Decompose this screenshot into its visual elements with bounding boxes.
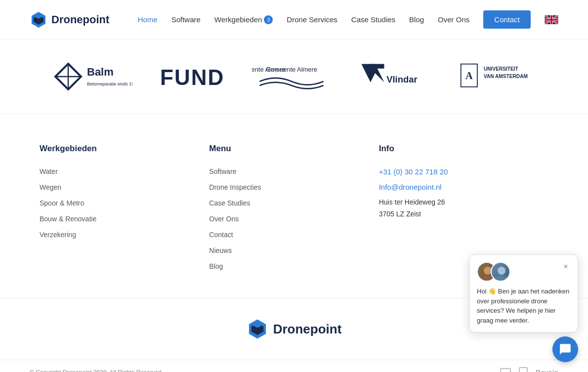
footer-menu-over-ons[interactable]: Over Ons: [209, 215, 378, 223]
nav-software[interactable]: Software: [171, 15, 201, 24]
monitor-icon: [500, 368, 511, 372]
footer-menu-title: Menu: [209, 144, 378, 154]
footer-link-spoor[interactable]: Spoor & Metro: [40, 199, 209, 207]
footer-address-line1: Huis ter Heideweg 26: [379, 198, 548, 206]
tablet-icon: [519, 367, 528, 372]
bottom-bar: © Copyright Dronepoint 2020. All Rights …: [0, 360, 588, 372]
bottom-icons: Revain: [500, 367, 558, 372]
logo-balm: Balm Betonreparatie sinds 1982: [53, 59, 132, 94]
footer-phone[interactable]: +31 (0) 30 22 718 20: [379, 167, 548, 176]
footer-link-water[interactable]: Water: [40, 167, 209, 175]
dronepoint-logo-icon: [30, 11, 47, 29]
language-flag[interactable]: [545, 15, 558, 24]
svg-text:FUND: FUND: [160, 65, 224, 89]
footer-menu-contact[interactable]: Contact: [209, 231, 378, 239]
chat-avatar-2: [491, 262, 510, 282]
nav-blog[interactable]: Blog: [409, 15, 424, 24]
revain-logo: Revain: [536, 369, 558, 372]
svg-rect-25: [519, 368, 527, 372]
chat-bubble-button[interactable]: [552, 336, 578, 362]
footer-menu: Menu Software Drone Inspecties Case Stud…: [209, 144, 378, 278]
logo-gemeente-almere: Gemeente Almere Gemeente Almere: [252, 59, 331, 94]
footer-werkgebieden-title: Werkgebieden: [40, 144, 209, 154]
footer-info-title: Info: [379, 144, 548, 154]
svg-point-29: [498, 267, 505, 275]
nav-case-studies[interactable]: Case Studies: [351, 15, 395, 24]
svg-text:Balm: Balm: [87, 66, 114, 78]
logo-text: Dronepoint: [51, 13, 109, 26]
footer-address-line2: 3705 LZ Zeist: [379, 210, 548, 218]
footer-logo-icon: [247, 318, 268, 340]
site-header: Dronepoint Home Software Werkgebieden 3 …: [0, 0, 588, 40]
chat-bubble-icon: [559, 343, 572, 356]
svg-text:UNIVERSITEIT: UNIVERSITEIT: [484, 66, 519, 72]
footer-menu-case-studies[interactable]: Case Studies: [209, 199, 378, 207]
footer-menu-nieuws[interactable]: Nieuws: [209, 247, 378, 254]
nav-drone-services[interactable]: Drone Services: [287, 15, 337, 24]
footer-link-verzekering[interactable]: Verzekering: [40, 231, 209, 239]
partner-logos: Balm Betonreparatie sinds 1982 FUND Geme…: [0, 40, 588, 114]
footer-logo-text: Dronepoint: [273, 322, 342, 337]
footer-menu-software[interactable]: Software: [209, 167, 378, 175]
nav-werkgebieden[interactable]: Werkgebieden 3: [214, 15, 273, 24]
svg-rect-22: [501, 369, 510, 372]
chat-widget: × Hoi 👋 Ben je aan het nadenken over pro…: [469, 254, 578, 332]
contact-button[interactable]: Contact: [483, 10, 531, 29]
nav-over-ons[interactable]: Over Ons: [438, 15, 469, 24]
svg-point-30: [495, 275, 508, 282]
chat-avatars: [477, 262, 510, 282]
footer-link-bouw[interactable]: Bouw & Renovatie: [40, 215, 209, 223]
footer-menu-drone-inspecties[interactable]: Drone Inspecties: [209, 183, 378, 191]
svg-text:Gemeente Almere: Gemeente Almere: [266, 66, 317, 73]
close-icon[interactable]: ×: [561, 262, 571, 272]
svg-text:VAN AMSTERDAM: VAN AMSTERDAM: [484, 74, 528, 79]
svg-text:Vlindar: Vlindar: [386, 74, 418, 84]
logo-uva: A UNIVERSITEIT VAN AMSTERDAM: [456, 59, 535, 94]
werkgebieden-badge: 3: [264, 15, 273, 24]
logo-fund: FUND: [160, 59, 224, 94]
footer-menu-blog[interactable]: Blog: [209, 262, 378, 270]
svg-text:Betonreparatie sinds 1982: Betonreparatie sinds 1982: [87, 82, 132, 86]
footer-email[interactable]: Info@dronepoint.nl: [379, 183, 548, 191]
chat-header: ×: [477, 262, 571, 282]
footer-werkgebieden: Werkgebieden Water Wegen Spoor & Metro B…: [40, 144, 209, 278]
nav-home[interactable]: Home: [138, 15, 158, 24]
footer-link-wegen[interactable]: Wegen: [40, 183, 209, 191]
svg-text:A: A: [465, 70, 473, 81]
chat-message: Hoi 👋 Ben je aan het nadenken over profe…: [477, 287, 571, 325]
logo-vlindar: Vlindar: [359, 59, 428, 94]
copyright-text: © Copyright Dronepoint 2020. All Rights …: [30, 369, 162, 372]
site-logo[interactable]: Dronepoint: [30, 11, 109, 29]
main-nav: Home Software Werkgebieden 3 Drone Servi…: [138, 10, 558, 29]
